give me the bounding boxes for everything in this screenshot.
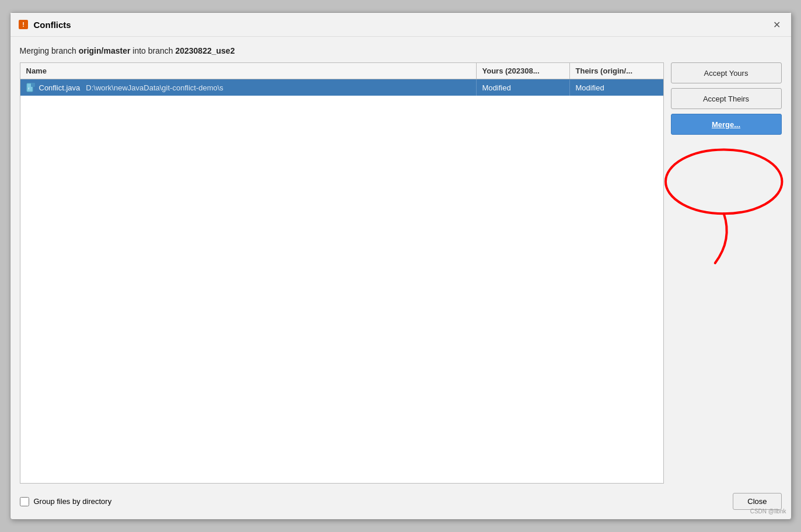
- target-branch: 20230822_use2: [175, 46, 235, 55]
- buttons-panel: Accept Yours Accept Theirs Merge...: [671, 62, 782, 484]
- close-button[interactable]: Close: [733, 493, 781, 510]
- header-name: Name: [20, 63, 477, 79]
- merge-prefix: Merging branch: [20, 46, 79, 55]
- close-icon[interactable]: ✕: [770, 18, 784, 32]
- content-area: Name Yours (202308... Theirs (origin/...…: [20, 62, 782, 484]
- file-path: D:\work\newJavaData\git-conflict-demo\s: [86, 83, 223, 92]
- dialog-title: Conflicts: [34, 20, 71, 30]
- merge-middle: into branch: [130, 46, 175, 55]
- merge-button[interactable]: Merge...: [671, 114, 782, 135]
- group-files-checkbox[interactable]: [20, 497, 29, 506]
- accept-yours-button[interactable]: Accept Yours: [671, 62, 782, 83]
- cell-name: J Conflict.java D:\work\newJavaData\git-…: [20, 79, 477, 96]
- table-header: Name Yours (202308... Theirs (origin/...: [20, 63, 663, 79]
- title-bar-left: ! Conflicts: [18, 19, 71, 30]
- svg-rect-3: [31, 83, 35, 87]
- dialog-body: Merging branch origin/master into branch…: [11, 37, 791, 519]
- cell-theirs: Modified: [570, 80, 663, 96]
- dialog-icon: !: [18, 19, 29, 30]
- svg-text:!: !: [22, 21, 25, 28]
- conflicts-table: Name Yours (202308... Theirs (origin/...…: [20, 62, 664, 484]
- conflicts-dialog: ! Conflicts ✕ Merging branch origin/mast…: [10, 12, 792, 520]
- merge-info: Merging branch origin/master into branch…: [20, 46, 782, 55]
- accept-theirs-button[interactable]: Accept Theirs: [671, 88, 782, 109]
- header-yours: Yours (202308...: [477, 63, 570, 79]
- checkbox-group: Group files by directory: [20, 497, 112, 506]
- file-icon: J: [26, 83, 36, 92]
- group-files-label: Group files by directory: [34, 497, 112, 506]
- cell-yours: Modified: [477, 80, 570, 96]
- table-body: J Conflict.java D:\work\newJavaData\git-…: [20, 79, 663, 483]
- footer-area: Group files by directory Close: [20, 491, 782, 510]
- watermark: CSDN @llbnk: [750, 508, 786, 514]
- svg-text:J: J: [28, 87, 29, 90]
- file-name: Conflict.java: [39, 83, 81, 92]
- title-bar: ! Conflicts ✕: [11, 13, 791, 37]
- source-branch: origin/master: [79, 46, 131, 55]
- table-row[interactable]: J Conflict.java D:\work\newJavaData\git-…: [20, 79, 663, 96]
- header-theirs: Theirs (origin/...: [570, 63, 663, 79]
